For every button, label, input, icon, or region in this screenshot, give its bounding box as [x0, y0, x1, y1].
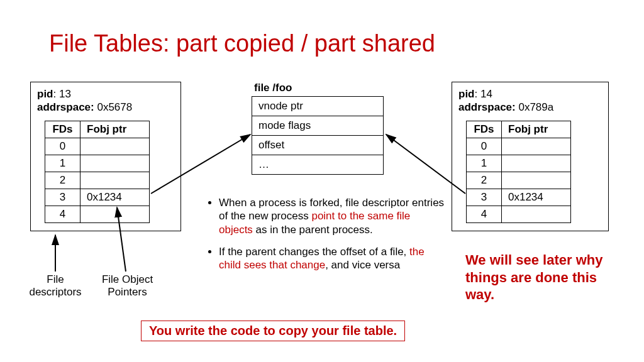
side-note: We will see later why things are done th… [465, 251, 610, 304]
table-row: 30x1234 [467, 189, 571, 206]
table-row: 0 [467, 138, 571, 155]
process-box-left: pid: 13 addrspace: 0x5678 FDsFobj ptr 0 … [30, 82, 181, 231]
table-row: 1 [45, 155, 150, 172]
file-object-table: vnode ptr mode flags offset … [252, 96, 384, 175]
process-header-right: pid: 14 addrspace: 0x789a [458, 87, 602, 114]
process-header-left: pid: 13 addrspace: 0x5678 [37, 87, 174, 114]
table-row: 4 [467, 206, 571, 222]
table-row: 30x1234 [45, 189, 150, 206]
list-item: If the parent changes the offset of a fi… [219, 245, 447, 272]
file-label: file /foo [254, 82, 384, 94]
list-item: When a process is forked, file descripto… [219, 196, 447, 236]
file-object-box: file /foo vnode ptr mode flags offset … [252, 82, 384, 175]
process-box-right: pid: 14 addrspace: 0x789a FDsFobj ptr 0 … [452, 82, 609, 231]
table-row: 2 [45, 172, 150, 189]
table-row: 4 [45, 206, 150, 222]
fd-table-left: FDsFobj ptr 0 1 2 30x1234 4 [45, 121, 150, 223]
slide-title: File Tables: part copied / part shared [49, 30, 435, 57]
table-row: 2 [467, 172, 571, 189]
table-row: 0 [45, 138, 150, 155]
bullet-list: When a process is forked, file descripto… [208, 196, 447, 280]
fd-table-right: FDsFobj ptr 0 1 2 30x1234 4 [466, 121, 571, 223]
annot-fobj-pointers: File Object Pointers [94, 273, 160, 298]
annot-file-descriptors: File descriptors [24, 273, 87, 298]
table-row: 1 [467, 155, 571, 172]
callout-box: You write the code to copy your file tab… [141, 321, 405, 341]
